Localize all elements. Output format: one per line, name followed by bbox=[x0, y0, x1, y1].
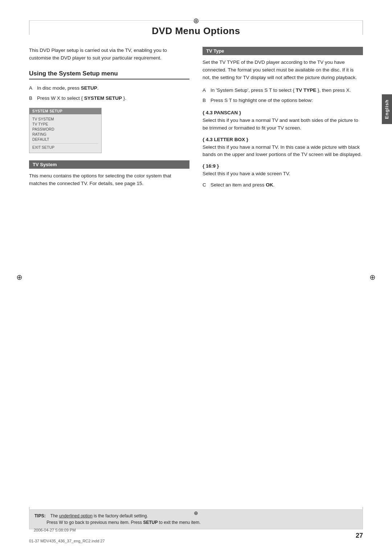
tv-type-step-b: B Press S T to highlight one of the opti… bbox=[203, 97, 363, 104]
footer-left: 01-37 MDV435_436_37_eng_RC2.indd 27 bbox=[29, 539, 105, 543]
tips-line2: Press W to go back to previous menu item… bbox=[46, 520, 200, 525]
step-letter-a-tv: A bbox=[203, 87, 208, 94]
menu-item-default: DEFAULT bbox=[32, 137, 98, 142]
step-letter-b: B bbox=[29, 95, 34, 102]
step-b-system: B Press W X to select { SYSTEM SETUP }. bbox=[29, 95, 189, 102]
page-number: 27 bbox=[356, 532, 363, 539]
step-c-tv-text: Select an item and press OK. bbox=[211, 181, 363, 189]
left-column: This DVD Player setup is carried out via… bbox=[29, 47, 189, 194]
intro-text: This DVD Player setup is carried out via… bbox=[29, 47, 189, 62]
page-title: DVD Menu Options bbox=[29, 22, 363, 37]
tips-line1: The underlined option is the factory def… bbox=[50, 513, 148, 518]
step-letter-a: A bbox=[29, 85, 34, 92]
tips-underline: underlined option bbox=[59, 513, 93, 518]
widescreen-text: Select this if you have a wide screen TV… bbox=[203, 170, 363, 177]
system-setup-steps: A In disc mode, press SETUP. B Press W X… bbox=[29, 85, 189, 102]
step-a-system: A In disc mode, press SETUP. bbox=[29, 85, 189, 92]
tv-type-intro: Set the TV TYPE of the DVD player accord… bbox=[203, 59, 363, 82]
menu-item-tv-system: TV SYSTEM bbox=[32, 116, 98, 122]
footer-right: 2006-04-27 5:08:09 PM bbox=[34, 528, 76, 532]
system-setup-heading: Using the System Setup menu bbox=[29, 70, 189, 79]
menu-item-exit-setup: EXIT SETUP bbox=[32, 143, 98, 150]
widescreen-heading: { 16:9 } bbox=[203, 163, 363, 169]
setup-bold: SETUP bbox=[81, 85, 97, 91]
tv-system-section: TV System This menu contains the options… bbox=[29, 160, 189, 188]
step-letter-b-tv: B bbox=[203, 97, 208, 104]
setup-exit-bold: SETUP bbox=[143, 520, 158, 525]
tv-type-bold: TV TYPE bbox=[296, 87, 316, 93]
panscan-heading: { 4.3 PANSCAN } bbox=[203, 110, 363, 115]
tv-type-step-a: A In 'System Setup', press S T to select… bbox=[203, 87, 363, 94]
right-column: TV Type Set the TV TYPE of the DVD playe… bbox=[203, 47, 363, 194]
step-b-text: Press W X to select { SYSTEM SETUP }. bbox=[37, 95, 189, 102]
system-setup-menu-box: SYSTEM SETUP TV SYSTEM TV TYPE PASSWORD … bbox=[29, 108, 102, 153]
menu-item-rating: RATING bbox=[32, 132, 98, 137]
reg-mark-bottom: ⊕ bbox=[194, 510, 198, 516]
menu-box-items: TV SYSTEM TV TYPE PASSWORD RATING DEFAUL… bbox=[29, 114, 101, 153]
system-setup-bold: SYSTEM SETUP bbox=[84, 95, 122, 101]
letterbox-text: Select this if you have a normal TV. In … bbox=[203, 144, 363, 159]
ok-bold: OK bbox=[266, 182, 273, 188]
panscan-text: Select this if you have a normal TV and … bbox=[203, 117, 363, 132]
panscan-subsection: { 4.3 PANSCAN } Select this if you have … bbox=[203, 110, 363, 132]
step-b-tv-text: Press S T to highlight one of the option… bbox=[211, 97, 363, 104]
menu-item-tv-type: TV TYPE bbox=[32, 122, 98, 127]
widescreen-subsection: { 16:9 } Select this if you have a wide … bbox=[203, 163, 363, 177]
tv-type-section: TV Type Set the TV TYPE of the DVD playe… bbox=[203, 47, 363, 189]
tv-system-text: This menu contains the options for selec… bbox=[29, 172, 189, 188]
step-letter-c-tv: C bbox=[203, 181, 208, 189]
tips-label: TIPS: bbox=[34, 513, 46, 518]
content-columns: This DVD Player setup is carried out via… bbox=[29, 47, 363, 194]
tv-type-step-c-list: C Select an item and press OK. bbox=[203, 181, 363, 189]
step-a-text: In disc mode, press SETUP. bbox=[37, 85, 189, 92]
menu-box-header: SYSTEM SETUP bbox=[29, 108, 101, 114]
menu-item-password: PASSWORD bbox=[32, 127, 98, 132]
tv-type-steps-ab: A In 'System Setup', press S T to select… bbox=[203, 87, 363, 104]
tv-type-header: TV Type bbox=[203, 47, 363, 55]
step-a-tv-text: In 'System Setup', press S T to select {… bbox=[211, 87, 363, 94]
footer: 01-37 MDV435_436_37_eng_RC2.indd 27 2006… bbox=[29, 539, 105, 543]
tv-type-step-c: C Select an item and press OK. bbox=[203, 181, 363, 189]
tv-system-header: TV System bbox=[29, 160, 189, 169]
letterbox-heading: { 4.3 LETTER BOX } bbox=[203, 137, 363, 142]
letterbox-subsection: { 4.3 LETTER BOX } Select this if you ha… bbox=[203, 137, 363, 159]
